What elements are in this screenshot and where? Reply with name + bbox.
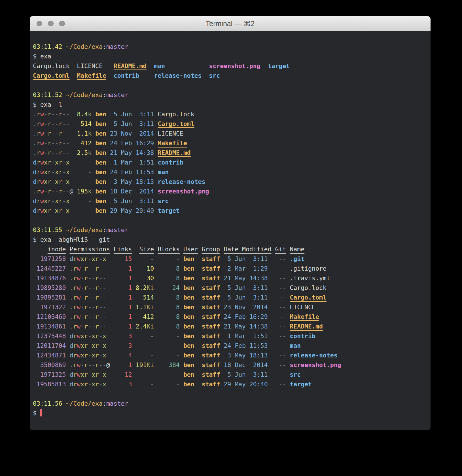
text-segment: LICENCE <box>290 304 315 311</box>
permission-char: r <box>95 323 99 330</box>
permission-char: r <box>73 371 77 378</box>
permission-char: - <box>55 120 59 127</box>
text-segment: -- <box>279 275 286 282</box>
text-segment: ben <box>183 342 194 349</box>
text-segment <box>268 352 279 359</box>
permission-char: d <box>69 342 73 349</box>
permission-char: . <box>33 111 37 118</box>
text-segment <box>132 284 136 291</box>
text-segment <box>69 72 77 79</box>
text-segment: 03:11.55 <box>33 226 62 233</box>
text-segment <box>268 371 279 378</box>
text-segment: ben <box>183 265 194 272</box>
text-segment <box>220 361 224 368</box>
text-segment: User <box>183 246 198 253</box>
text-segment <box>132 265 136 272</box>
text-segment: ben <box>95 149 106 156</box>
permission-char: r <box>48 149 51 156</box>
permission-char: - <box>99 255 103 262</box>
permission-char: - <box>92 323 95 330</box>
text-segment <box>272 246 275 253</box>
permission-char: r <box>84 342 88 349</box>
permission-char <box>73 120 77 127</box>
text-segment <box>286 246 290 253</box>
text-segment: 5 Jun 3:11 <box>110 120 154 127</box>
text-segment: 5 Jun 3:11 <box>110 111 154 118</box>
permission-char: r <box>37 169 40 176</box>
text-segment: 3 <box>114 332 132 340</box>
text-segment: 12434871 <box>33 352 66 359</box>
text-segment <box>220 371 224 378</box>
permission-char: - <box>55 130 59 137</box>
permission-char: - <box>92 275 95 282</box>
text-segment: 19134876 <box>33 275 66 282</box>
text-segment: -- <box>279 332 286 340</box>
zoom-button[interactable] <box>59 21 65 26</box>
permission-char: - <box>51 149 55 156</box>
permission-char: w <box>40 197 44 205</box>
text-segment <box>92 178 95 185</box>
text-segment: -- <box>279 304 286 311</box>
permission-char <box>73 207 77 214</box>
text-segment <box>106 197 110 205</box>
permission-char: x <box>80 371 84 378</box>
text-segment <box>220 342 224 349</box>
permission-char: x <box>103 255 106 262</box>
text-segment: man <box>154 62 165 69</box>
permission-char: . <box>69 313 73 320</box>
permission-char: . <box>69 323 73 330</box>
text-segment: 03:11.52 <box>33 91 62 98</box>
terminal-line: 03:11.55 ~/Code/exa:master <box>33 225 428 235</box>
text-segment <box>198 246 202 253</box>
permission-char: r <box>59 149 62 156</box>
text-segment: Permissions <box>69 246 110 253</box>
permission-char: d <box>33 159 37 166</box>
text-segment <box>268 313 279 320</box>
minimize-button[interactable] <box>48 21 54 26</box>
text-segment <box>106 178 110 185</box>
text-segment <box>180 294 183 301</box>
text-segment <box>92 120 95 127</box>
text-segment <box>92 207 95 214</box>
permission-char: r <box>73 294 77 301</box>
text-segment: 1 <box>114 304 132 311</box>
text-segment <box>154 304 158 311</box>
permission-char: x <box>44 169 48 176</box>
permission-char: - <box>103 284 106 291</box>
permission-char: r <box>59 111 62 118</box>
terminal-line: $ exa -l <box>33 100 428 109</box>
close-button[interactable] <box>37 21 42 26</box>
permission-char: - <box>51 188 55 195</box>
text-segment <box>92 197 95 205</box>
permission-char: - <box>51 140 55 147</box>
text-segment: ~/Code/exa <box>66 226 103 233</box>
text-segment <box>194 342 202 349</box>
terminal-output[interactable]: 03:11.42 ~/Code/exa:master$ exaCargo.loc… <box>30 31 431 418</box>
permission-char: x <box>92 332 95 340</box>
text-segment <box>66 265 70 272</box>
terminal-line: Cargo.toml Makefile contrib release-note… <box>33 71 428 81</box>
text-segment: -- <box>279 371 286 378</box>
text-segment: 1 Mar 1:51 <box>110 159 154 166</box>
window-titlebar[interactable]: Terminal — ⌘2 <box>30 16 431 31</box>
text-segment: Ki <box>147 284 154 291</box>
terminal-line: 19895281 .rw-r--r-- 1 514 8 ben staff 5 … <box>33 293 428 302</box>
text-segment: - <box>136 255 154 262</box>
permission-char <box>70 169 73 176</box>
permission-char: - <box>88 361 92 368</box>
text-segment <box>268 323 279 330</box>
terminal-line: .rw-r--r--@ 195k ben 18 Dec 2014 screens… <box>33 187 428 196</box>
permission-char: w <box>40 140 44 147</box>
permission-char: r <box>84 371 88 378</box>
text-segment: release-notes <box>158 178 205 185</box>
permission-char: w <box>77 323 80 330</box>
text-segment: 1 <box>114 265 132 272</box>
text-segment <box>66 275 70 282</box>
text-segment <box>139 72 154 79</box>
permission-char: x <box>80 342 84 349</box>
permission-char: x <box>80 255 84 262</box>
text-segment: $ <box>33 410 40 417</box>
text-segment: ben <box>183 381 194 388</box>
terminal-cursor <box>40 409 42 416</box>
permission-char: w <box>40 111 44 118</box>
